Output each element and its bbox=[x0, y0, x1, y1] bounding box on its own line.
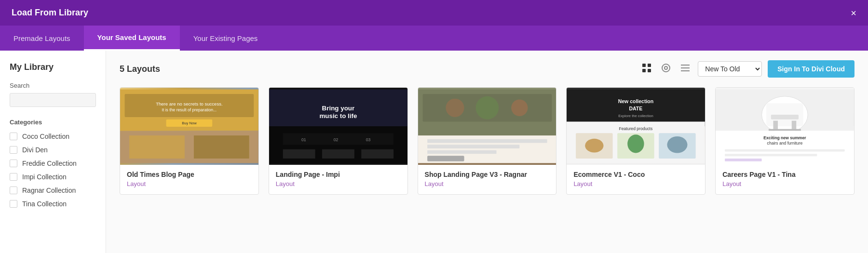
svg-rect-0 bbox=[642, 64, 646, 67]
svg-text:Bring your: Bring your bbox=[322, 105, 354, 112]
svg-text:02: 02 bbox=[334, 137, 339, 142]
modal-body: My Library Search Categories Coco Collec… bbox=[0, 51, 868, 253]
svg-text:chairs and furniture: chairs and furniture bbox=[767, 141, 803, 146]
layout-info-5: Careers Page V1 - Tina Layout bbox=[716, 165, 854, 194]
layout-card-4[interactable]: New collection DATE Explore the collecti… bbox=[566, 87, 705, 195]
layout-info-3: Shop Landing Page V3 - Ragnar Layout bbox=[418, 165, 556, 194]
svg-rect-17 bbox=[194, 135, 249, 159]
category-label-freddie: Freddie Collection bbox=[22, 160, 77, 167]
layout-card-5[interactable]: Exciting new summer chairs and furniture… bbox=[715, 87, 854, 195]
main-content: 5 Layouts bbox=[106, 51, 868, 253]
svg-text:Buy Now: Buy Now bbox=[182, 121, 197, 125]
category-item-ragnar[interactable]: Ragnar Collection bbox=[10, 186, 96, 194]
svg-rect-6 bbox=[681, 65, 690, 66]
sign-in-divi-cloud-button[interactable]: Sign In To Divi Cloud bbox=[768, 60, 854, 78]
svg-point-49 bbox=[628, 134, 644, 153]
svg-rect-38 bbox=[427, 156, 464, 161]
category-label-divi-den: Divi Den bbox=[22, 146, 48, 154]
layout-thumbnail-4: New collection DATE Explore the collecti… bbox=[567, 88, 705, 165]
layout-name-4: Ecommerce V1 - Coco bbox=[573, 171, 698, 178]
filter-icon bbox=[661, 63, 671, 73]
toolbar-right: New To OldOld To NewA-ZZ-A Sign In To Di… bbox=[640, 60, 854, 78]
svg-point-34 bbox=[511, 100, 528, 116]
load-from-library-modal: Load From Library × Premade Layouts Your… bbox=[0, 0, 868, 253]
svg-rect-54 bbox=[771, 115, 799, 120]
svg-point-4 bbox=[662, 64, 670, 72]
svg-rect-16 bbox=[129, 135, 185, 159]
modal-title: Load From Library bbox=[12, 8, 88, 18]
category-checkbox-divi-den[interactable] bbox=[10, 146, 17, 154]
svg-rect-28 bbox=[361, 149, 393, 159]
svg-text:03: 03 bbox=[366, 137, 371, 142]
sidebar: My Library Search Categories Coco Collec… bbox=[0, 51, 106, 253]
svg-rect-1 bbox=[648, 64, 651, 67]
category-label-impi: Impi Collection bbox=[22, 173, 67, 181]
svg-point-5 bbox=[665, 67, 667, 69]
layout-card-3[interactable]: Shop Landing Page V3 - Ragnar Layout bbox=[418, 87, 557, 195]
svg-point-33 bbox=[475, 96, 499, 120]
grid-view-button[interactable] bbox=[640, 61, 653, 77]
svg-rect-53 bbox=[766, 103, 803, 126]
svg-rect-61 bbox=[725, 149, 845, 152]
close-button[interactable]: × bbox=[851, 8, 856, 18]
category-label-ragnar: Ragnar Collection bbox=[22, 186, 76, 194]
tab-premade-layouts[interactable]: Premade Layouts bbox=[0, 26, 84, 51]
layout-info-4: Ecommerce V1 - Coco Layout bbox=[567, 165, 705, 194]
sidebar-title: My Library bbox=[10, 62, 96, 72]
svg-rect-57 bbox=[769, 129, 801, 131]
svg-rect-56 bbox=[792, 121, 797, 130]
svg-text:There are no secrets to succes: There are no secrets to success. bbox=[156, 101, 223, 107]
svg-text:It is the result of preparatio: It is the result of preparation... bbox=[162, 107, 217, 112]
tabs-bar: Premade Layouts Your Saved Layouts Your … bbox=[0, 26, 868, 51]
categories-title: Categories bbox=[10, 119, 96, 126]
svg-rect-35 bbox=[427, 139, 547, 143]
layout-type-2: Layout bbox=[276, 180, 401, 187]
svg-text:01: 01 bbox=[301, 137, 306, 142]
svg-rect-8 bbox=[681, 70, 690, 71]
modal-header: Load From Library × bbox=[0, 0, 868, 26]
svg-rect-7 bbox=[681, 67, 690, 68]
content-toolbar: 5 Layouts bbox=[120, 60, 854, 78]
layout-thumbnail-5: Exciting new summer chairs and furniture bbox=[716, 88, 854, 165]
filter-button[interactable] bbox=[659, 61, 673, 77]
layouts-count: 5 Layouts bbox=[120, 64, 160, 74]
svg-rect-3 bbox=[648, 69, 651, 72]
svg-point-50 bbox=[667, 136, 688, 153]
sort-select[interactable]: New To OldOld To NewA-ZZ-A bbox=[698, 61, 762, 77]
tab-your-existing-pages[interactable]: Your Existing Pages bbox=[180, 26, 271, 51]
svg-rect-62 bbox=[725, 154, 817, 156]
svg-rect-63 bbox=[725, 159, 761, 161]
layout-name-3: Shop Landing Page V3 - Ragnar bbox=[425, 171, 550, 178]
layout-card-1[interactable]: There are no secrets to success. It is t… bbox=[120, 87, 259, 195]
layout-name-1: Old Times Blog Page bbox=[127, 171, 252, 178]
category-checkbox-impi[interactable] bbox=[10, 173, 17, 181]
category-item-impi[interactable]: Impi Collection bbox=[10, 173, 96, 181]
search-label: Search bbox=[10, 82, 96, 89]
svg-rect-55 bbox=[773, 121, 778, 130]
category-item-divi-den[interactable]: Divi Den bbox=[10, 146, 96, 154]
svg-text:Exciting new summer: Exciting new summer bbox=[763, 135, 806, 140]
svg-point-48 bbox=[585, 139, 604, 153]
layout-type-5: Layout bbox=[722, 180, 847, 187]
layout-name-5: Careers Page V1 - Tina bbox=[722, 171, 847, 178]
layout-name-2: Landing Page - Impi bbox=[276, 171, 401, 178]
layout-type-4: Layout bbox=[573, 180, 698, 187]
layout-info-1: Old Times Blog Page Layout bbox=[120, 165, 258, 194]
category-label-coco: Coco Collection bbox=[22, 133, 69, 140]
list-view-button[interactable] bbox=[678, 61, 692, 77]
search-input[interactable] bbox=[10, 93, 96, 107]
category-item-freddie[interactable]: Freddie Collection bbox=[10, 160, 96, 167]
category-checkbox-coco[interactable] bbox=[10, 133, 17, 140]
svg-rect-37 bbox=[427, 150, 496, 154]
category-item-tina[interactable]: Tina Collection bbox=[10, 200, 96, 208]
layout-card-2[interactable]: Bring your music to life 01 02 03 Landin… bbox=[269, 87, 408, 195]
svg-text:New collection: New collection bbox=[618, 98, 654, 104]
svg-rect-2 bbox=[642, 69, 646, 72]
category-checkbox-ragnar[interactable] bbox=[10, 186, 17, 194]
svg-text:Featured products: Featured products bbox=[619, 126, 653, 131]
category-checkbox-tina[interactable] bbox=[10, 200, 17, 208]
category-checkbox-freddie[interactable] bbox=[10, 160, 17, 167]
tab-your-saved-layouts[interactable]: Your Saved Layouts bbox=[84, 26, 180, 51]
list-icon bbox=[680, 63, 690, 73]
category-item-coco[interactable]: Coco Collection bbox=[10, 133, 96, 140]
